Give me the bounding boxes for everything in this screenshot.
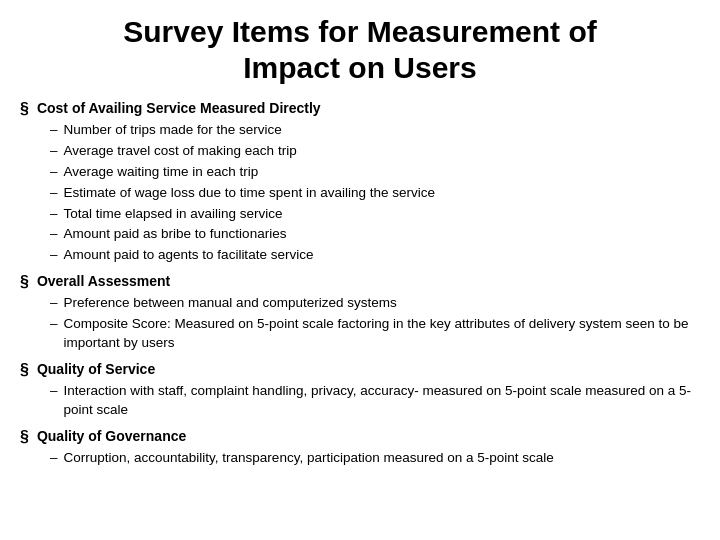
section-quality-service: §Quality of Service–Interaction with sta…	[20, 361, 700, 420]
section-header-cost: §Cost of Availing Service Measured Direc…	[20, 100, 700, 118]
section-header-text: Quality of Governance	[37, 428, 186, 444]
section-overall: §Overall Assessment–Preference between m…	[20, 273, 700, 353]
bullet-icon: §	[20, 361, 29, 379]
dash-icon: –	[50, 163, 58, 182]
dash-icon: –	[50, 246, 58, 265]
list-item: –Number of trips made for the service	[50, 121, 700, 140]
dash-icon: –	[50, 121, 58, 140]
dash-icon: –	[50, 205, 58, 224]
list-item-text: Composite Score: Measured on 5-point sca…	[64, 315, 700, 353]
dash-icon: –	[50, 294, 58, 313]
bullet-icon: §	[20, 428, 29, 446]
list-item-text: Average waiting time in each trip	[64, 163, 700, 182]
list-item: –Total time elapsed in availing service	[50, 205, 700, 224]
list-item: –Amount paid to agents to facilitate ser…	[50, 246, 700, 265]
section-quality-governance: §Quality of Governance–Corruption, accou…	[20, 428, 700, 468]
list-item: –Corruption, accountability, transparenc…	[50, 449, 700, 468]
section-cost: §Cost of Availing Service Measured Direc…	[20, 100, 700, 265]
dash-icon: –	[50, 449, 58, 468]
dash-icon: –	[50, 382, 58, 401]
list-item: –Amount paid as bribe to functionaries	[50, 225, 700, 244]
bullet-icon: §	[20, 273, 29, 291]
section-header-quality-service: §Quality of Service	[20, 361, 700, 379]
list-item-text: Amount paid to agents to facilitate serv…	[64, 246, 700, 265]
bullet-icon: §	[20, 100, 29, 118]
list-item-text: Average travel cost of making each trip	[64, 142, 700, 161]
list-item: –Average travel cost of making each trip	[50, 142, 700, 161]
list-item-text: Interaction with staff, complaint handli…	[64, 382, 700, 420]
list-item-text: Estimate of wage loss due to time spent …	[64, 184, 700, 203]
dash-icon: –	[50, 142, 58, 161]
dash-icon: –	[50, 315, 58, 334]
page-title: Survey Items for Measurement of Impact o…	[20, 14, 700, 86]
list-item: –Composite Score: Measured on 5-point sc…	[50, 315, 700, 353]
dash-icon: –	[50, 184, 58, 203]
section-header-text: Cost of Availing Service Measured Direct…	[37, 100, 321, 116]
list-item-text: Total time elapsed in availing service	[64, 205, 700, 224]
list-item-text: Number of trips made for the service	[64, 121, 700, 140]
list-item-text: Preference between manual and computeriz…	[64, 294, 700, 313]
section-header-text: Overall Assessment	[37, 273, 170, 289]
section-header-quality-governance: §Quality of Governance	[20, 428, 700, 446]
list-item-text: Corruption, accountability, transparency…	[64, 449, 700, 468]
list-item: –Estimate of wage loss due to time spent…	[50, 184, 700, 203]
section-header-overall: §Overall Assessment	[20, 273, 700, 291]
sub-items-quality-governance: –Corruption, accountability, transparenc…	[20, 449, 700, 468]
sub-items-quality-service: –Interaction with staff, complaint handl…	[20, 382, 700, 420]
list-item-text: Amount paid as bribe to functionaries	[64, 225, 700, 244]
list-item: –Interaction with staff, complaint handl…	[50, 382, 700, 420]
list-item: –Average waiting time in each trip	[50, 163, 700, 182]
sub-items-overall: –Preference between manual and computeri…	[20, 294, 700, 353]
dash-icon: –	[50, 225, 58, 244]
sub-items-cost: –Number of trips made for the service–Av…	[20, 121, 700, 265]
section-header-text: Quality of Service	[37, 361, 155, 377]
list-item: –Preference between manual and computeri…	[50, 294, 700, 313]
